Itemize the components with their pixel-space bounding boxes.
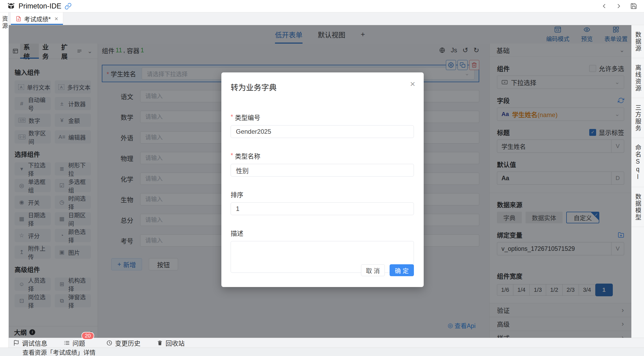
debug-icon <box>13 340 19 346</box>
resource-strip-label[interactable]: 资源 <box>0 16 8 348</box>
nav-forward-icon[interactable] <box>615 3 622 10</box>
close-tab-icon[interactable]: × <box>54 15 58 22</box>
file-icon <box>16 16 21 22</box>
right-strip-label: 数据源 <box>633 31 642 52</box>
modal-field-input-1[interactable] <box>231 164 414 177</box>
modal-field-label-text: 描述 <box>231 228 243 238</box>
status-bar: 查看资源「考试成绩」详情 <box>0 348 644 356</box>
debug-info-button[interactable]: 调试信息 <box>13 338 47 348</box>
recycle-bin-button[interactable]: 回收站 <box>157 338 185 348</box>
right-strip-label: 三方服务 <box>633 104 642 132</box>
clock-icon <box>106 340 112 346</box>
right-strip-item-1[interactable]: 离线资源 <box>632 58 644 98</box>
document-tabbar: 考试成绩* × <box>9 12 644 25</box>
modal-field-input-0[interactable] <box>231 125 414 138</box>
doc-tab-exam-scores[interactable]: 考试成绩* × <box>11 12 63 25</box>
modal-field-label-text: 排序 <box>231 190 243 199</box>
problems-button[interactable]: 问题 20 <box>64 338 85 348</box>
right-strip-label: 数据模型 <box>633 193 642 221</box>
required-mark: * <box>231 113 233 121</box>
titlebar: Primeton-IDE <box>0 0 644 12</box>
right-strip-item-2[interactable]: 三方服务 <box>632 98 644 138</box>
bottom-bar: 调试信息 问题 20 变更历史 回收站 <box>9 338 644 348</box>
cancel-button[interactable]: 取 消 <box>361 264 385 276</box>
close-icon[interactable]: × <box>410 79 415 88</box>
right-strip-item-0[interactable]: 数据源 <box>632 25 644 58</box>
modal-field-label-text: 类型名称 <box>235 151 260 160</box>
status-text: 查看资源「考试成绩」详情 <box>22 348 95 356</box>
list-icon <box>64 340 70 346</box>
save-icon[interactable] <box>630 3 637 10</box>
right-strip-item-4[interactable]: 数据模型 <box>632 187 644 227</box>
problems-count-badge: 20 <box>81 332 94 340</box>
modal-field-label: 排序 <box>231 190 414 199</box>
required-mark: * <box>231 152 233 159</box>
modal-field-label: *类型名称 <box>231 151 414 160</box>
link-icon[interactable] <box>65 3 72 10</box>
modal-fields: *类型编号*类型名称排序描述 <box>231 113 414 273</box>
debug-info-label: 调试信息 <box>22 338 47 348</box>
modal-field-label-text: 类型编号 <box>235 113 260 122</box>
change-history-label: 变更历史 <box>115 338 140 348</box>
problems-label: 问题 <box>72 338 85 348</box>
left-resource-strip[interactable]: 资源 <box>0 12 9 348</box>
app-title: Primeton-IDE <box>19 2 61 10</box>
modal-buttons: 取 消 确 定 <box>361 264 414 276</box>
modal-title: 转为业务字典 <box>231 81 414 93</box>
change-history-button[interactable]: 变更历史 <box>106 338 140 348</box>
modal-field-label: 描述 <box>231 228 414 238</box>
modal-field-input-2[interactable] <box>231 202 414 215</box>
recycle-bin-label: 回收站 <box>166 338 185 348</box>
right-resource-strip: 数据源离线资源三方服务命名Sql数据模型 <box>631 25 644 338</box>
doc-tab-label: 考试成绩* <box>24 14 51 23</box>
trash-icon <box>157 340 163 346</box>
convert-dictionary-modal: 转为业务字典 × *类型编号*类型名称排序描述 取 消 确 定 <box>221 72 424 287</box>
right-strip-label: 离线资源 <box>633 64 642 92</box>
right-strip-label: 命名Sql <box>633 144 642 181</box>
right-strip-item-3[interactable]: 命名Sql <box>632 138 644 187</box>
modal-field-label: *类型编号 <box>231 113 414 122</box>
nav-back-icon[interactable] <box>601 3 608 10</box>
confirm-button[interactable]: 确 定 <box>390 264 414 276</box>
app-logo-icon <box>7 2 15 10</box>
